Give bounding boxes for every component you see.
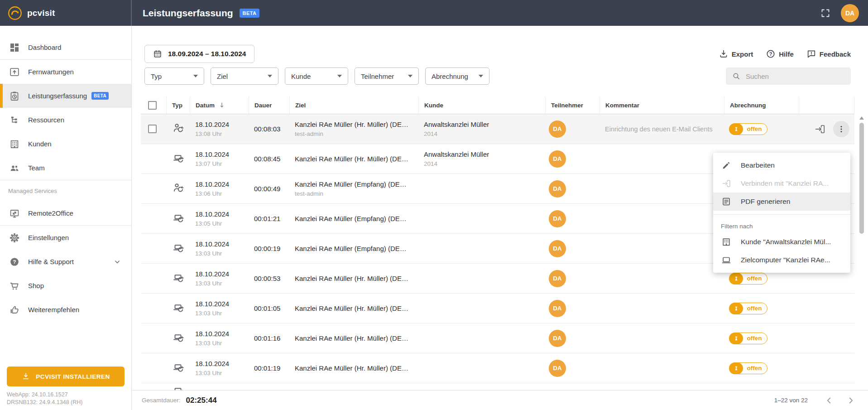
caret-down-icon — [268, 75, 272, 77]
fullscreen-icon[interactable] — [820, 8, 831, 19]
filter-abrechnung[interactable]: Abrechnung — [425, 68, 489, 85]
table-row[interactable]: 18.10.202413:03 Uhr 00:01:19 Kanzlei RAe… — [141, 353, 854, 383]
sidebar-item-fernwartungen[interactable]: Fernwartungen — [0, 60, 131, 84]
filter-kunde[interactable]: Kunde — [285, 68, 348, 85]
computer-session-icon — [172, 152, 184, 166]
client-version: DRSNB132: 24.9.4.1348 (RH) — [7, 399, 125, 406]
table-header: Typ Datum Dauer Ziel Kunde Teilnehmer Ko… — [141, 96, 854, 114]
next-page-button[interactable] — [846, 396, 856, 405]
menu-item-filter-kunde[interactable]: Kunde "Anwaltskanzlei Mül... — [713, 233, 850, 251]
pcvisit-logo-icon — [8, 6, 22, 20]
feedback-button[interactable]: Feedback — [806, 49, 851, 59]
download-icon — [21, 372, 30, 381]
row-duration: 00:00:53 — [254, 275, 280, 282]
row-time: 13:03 Uhr — [195, 369, 229, 377]
search-box — [726, 68, 851, 85]
previous-page-button[interactable] — [824, 396, 834, 405]
filter-ziel[interactable]: Ziel — [211, 68, 278, 85]
select-all-checkbox[interactable] — [148, 101, 157, 110]
export-button[interactable]: Export — [719, 49, 753, 59]
version-info: WebApp: 24.10.16.1527 DRSNB132: 24.9.4.1… — [7, 386, 125, 406]
brand-name: pcvisit — [27, 8, 55, 18]
row-customer: Anwaltskanzlei Müller — [424, 150, 489, 159]
help-circle-icon: ? — [766, 49, 776, 59]
row-time: 13:06 Uhr — [195, 190, 229, 198]
row-date: 18.10.2024 — [195, 150, 229, 159]
scrollbar-up-arrow[interactable] — [859, 116, 864, 120]
row-date: 18.10.2024 — [195, 120, 229, 129]
column-header-datum[interactable]: Datum — [190, 96, 249, 114]
row-checkbox[interactable] — [148, 125, 157, 133]
participant-avatar: DA — [549, 210, 566, 227]
sidebar-item-team[interactable]: Team — [0, 156, 131, 180]
table-row[interactable]: 18.10.202413:03 Uhr 00:01:16 Kanzlei RAe… — [141, 323, 854, 353]
sidebar-item-ressourcen[interactable]: Ressourcen — [0, 108, 131, 132]
table-row[interactable] — [141, 383, 854, 390]
row-menu-button[interactable] — [833, 121, 849, 137]
table-row[interactable]: 18.10.202413:03 Uhr 00:01:05 Kanzlei RAe… — [141, 294, 854, 323]
row-date: 18.10.2024 — [195, 210, 229, 219]
row-comment: Einrichtung des neuen E-Mail Clients — [605, 125, 713, 133]
participant-avatar: DA — [549, 330, 566, 347]
row-duration: 00:01:21 — [254, 215, 280, 222]
sidebar-item-weiterempfehlen[interactable]: Weiterempfehlen — [0, 298, 131, 322]
more-vert-icon — [837, 125, 846, 134]
install-pcvisit-button[interactable]: PCVISIT INSTALLIEREN — [7, 367, 125, 386]
sidebar-item-kunden[interactable]: Kunden — [0, 132, 131, 156]
sidebar-item-einstellungen[interactable]: Einstellungen — [0, 226, 131, 250]
hourglass-icon — [729, 303, 743, 314]
user-session-icon — [172, 122, 184, 136]
menu-item-bearbeiten[interactable]: Bearbeiten — [713, 156, 850, 174]
brand-logo[interactable]: pcvisit — [0, 0, 131, 26]
caret-down-icon — [337, 75, 342, 77]
customers-building-icon — [8, 139, 21, 150]
filter-teilnehmer[interactable]: Teilnehmer — [355, 68, 419, 85]
filter-bar: Typ Ziel Kunde Teilnehmer Abrechnung — [144, 68, 489, 85]
building-icon — [721, 237, 732, 247]
billing-badge: offen — [729, 123, 767, 135]
row-duration: 00:00:19 — [254, 245, 280, 252]
row-target-sub: test-admin — [295, 130, 408, 138]
column-header-abrechnung: Abrechnung — [724, 96, 799, 114]
divider — [713, 214, 850, 215]
row-target: Kanzlei RAe Müller (Hr. Müller) (DE… — [295, 364, 408, 373]
pagination: 1–22 von 22 — [774, 396, 856, 405]
participant-avatar: DA — [549, 360, 566, 377]
svg-text:?: ? — [13, 259, 16, 265]
user-avatar[interactable]: DA — [841, 4, 859, 22]
sidebar-item-remote2office[interactable]: Remote2Office — [0, 201, 131, 225]
filter-typ[interactable]: Typ — [144, 68, 204, 85]
menu-item-verbinden: Verbinden mit "Kanzlei RA... — [713, 174, 850, 193]
participant-avatar: DA — [549, 180, 566, 198]
service-recording-icon — [8, 91, 21, 101]
row-target: Kanzlei RAe Müller (Hr. Müller) (DE… — [295, 334, 408, 343]
computer-session-icon — [172, 212, 184, 226]
computer-session-icon — [172, 241, 184, 256]
participant-avatar: DA — [549, 121, 566, 138]
menu-item-pdf-generieren[interactable]: PDF generieren — [713, 193, 850, 211]
column-header-typ: Typ — [166, 96, 190, 114]
sidebar-item-shop[interactable]: Shop — [0, 274, 131, 298]
sidebar-item-dashboard[interactable]: Dashboard — [0, 35, 131, 59]
billing-badge: offen — [729, 273, 767, 285]
vertical-scrollbar — [858, 116, 865, 389]
beta-badge: BETA — [91, 92, 109, 100]
row-customer-sub: 2014 — [424, 130, 489, 138]
table-footer: Gesamtdauer: 02:25:44 1–22 von 22 — [132, 390, 868, 410]
search-icon — [732, 72, 741, 81]
sidebar-item-hilfe-support[interactable]: ? Hilfe & Support — [0, 250, 131, 274]
sidebar-item-leistungserfassung[interactable]: Leistungserfassung BETA — [0, 84, 131, 108]
help-button[interactable]: ? Hilfe — [766, 49, 794, 59]
row-target-sub: test-admin — [295, 190, 407, 198]
date-range-button[interactable]: 18.09.2024 – 18.10.2024 — [144, 45, 254, 63]
menu-item-filter-zielcomputer[interactable]: Zielcomputer "Kanzlei RAe... — [713, 251, 850, 269]
row-duration: 00:08:45 — [254, 155, 280, 163]
export-icon — [719, 49, 729, 59]
scrollbar-thumb[interactable] — [859, 123, 864, 234]
search-input[interactable] — [746, 72, 845, 80]
row-date: 18.10.2024 — [195, 299, 229, 309]
connect-icon — [721, 178, 732, 188]
column-header-ziel: Ziel — [289, 96, 418, 114]
table-row[interactable]: 18.10.202413:08 Uhr 00:08:03 Kanzlei RAe… — [141, 114, 854, 144]
open-session-icon[interactable] — [814, 123, 826, 135]
